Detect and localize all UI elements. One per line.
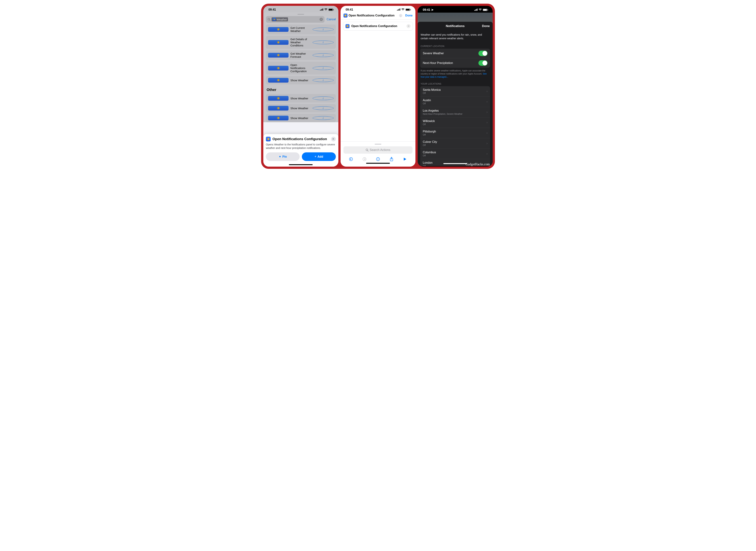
undo-icon[interactable] bbox=[349, 157, 353, 161]
location-row[interactable]: AustinOff› bbox=[420, 97, 490, 107]
current-location-list: Severe Weather Next-Hour Precipitation bbox=[420, 49, 490, 68]
done-button[interactable]: Done bbox=[405, 14, 413, 17]
action-item[interactable]: ☀️Show Weatheri bbox=[266, 104, 336, 112]
location-row[interactable]: Culver CityOff› bbox=[420, 138, 490, 149]
play-icon[interactable] bbox=[403, 157, 407, 161]
home-indicator[interactable] bbox=[289, 164, 313, 165]
svg-rect-0 bbox=[320, 10, 320, 11]
svg-rect-9 bbox=[400, 8, 400, 11]
phone-shortcuts-search: 09:41 ☀️ Weather ✕ Cancel bbox=[263, 6, 338, 167]
signal-icon bbox=[320, 8, 323, 11]
description-text: Weather can send you notifications for r… bbox=[418, 30, 493, 44]
page-title: Notifications bbox=[446, 24, 465, 28]
status-time: 09:41 bbox=[268, 8, 276, 11]
battery-icon bbox=[483, 9, 488, 11]
chevron-right-icon: › bbox=[486, 131, 488, 135]
clear-search-icon[interactable]: ✕ bbox=[320, 18, 323, 21]
scroll-area[interactable]: Weather can send you notifications for r… bbox=[418, 30, 493, 166]
status-bar: 09:41 ➤ bbox=[418, 6, 493, 13]
toggle-switch[interactable] bbox=[478, 51, 488, 56]
close-icon[interactable]: ✕ bbox=[331, 137, 336, 141]
share-icon[interactable] bbox=[389, 157, 394, 161]
location-row[interactable]: WillowickOff› bbox=[420, 117, 490, 128]
weather-app-icon: ☀️ bbox=[268, 78, 289, 83]
chevron-right-icon: › bbox=[486, 141, 488, 145]
composite-frame: 09:41 ☀️ Weather ✕ Cancel bbox=[261, 4, 495, 169]
info-icon[interactable]: i bbox=[313, 78, 333, 82]
section-header-other: Other bbox=[266, 86, 336, 93]
search-actions-input[interactable]: Search Actions bbox=[343, 146, 413, 154]
info-icon[interactable]: i bbox=[313, 106, 333, 110]
svg-rect-2 bbox=[322, 9, 322, 11]
action-list: ☀️Get Current Weatheri ☀️Get Details of … bbox=[263, 24, 338, 122]
action-item[interactable]: ☀️Get Details of Weather Conditionsi bbox=[266, 36, 336, 49]
action-item[interactable]: ☀️Show Weatheri bbox=[266, 76, 336, 84]
section-header-locations: YOUR LOCATIONS bbox=[418, 81, 493, 86]
add-button[interactable]: +Add bbox=[302, 152, 336, 161]
action-item[interactable]: ☀️Show Weatheri bbox=[266, 94, 336, 102]
plus-icon: + bbox=[314, 155, 316, 158]
workflow-step[interactable]: ☀️ Open Notifications Configuration ✕ bbox=[343, 22, 413, 30]
sheet-nav: Notifications Done bbox=[418, 22, 493, 30]
info-icon[interactable]: i bbox=[313, 53, 333, 57]
search-input[interactable]: ☀️ Weather ✕ bbox=[266, 16, 324, 23]
signal-icon bbox=[397, 8, 400, 11]
shortcut-title[interactable]: Open Notifications Configuration bbox=[349, 14, 398, 17]
status-time: 09:41 bbox=[346, 8, 353, 11]
chevron-down-icon[interactable]: ⌄ bbox=[399, 14, 402, 17]
phone-weather-notifications: 09:41 ➤ Notifications Done Weather can s… bbox=[418, 6, 493, 167]
home-indicator[interactable] bbox=[366, 163, 390, 164]
remove-step-icon[interactable]: ✕ bbox=[406, 24, 411, 28]
info-icon[interactable]: i bbox=[313, 116, 333, 120]
watermark: GadgetHacks.com bbox=[466, 162, 490, 166]
weather-app-icon: ☀️ bbox=[345, 24, 350, 28]
grabber[interactable] bbox=[375, 144, 381, 144]
wifi-icon bbox=[401, 8, 404, 11]
pin-button[interactable]: Pin bbox=[266, 152, 300, 161]
cancel-button[interactable]: Cancel bbox=[327, 18, 336, 21]
section-header-current: CURRENT LOCATION bbox=[418, 44, 493, 49]
sheet-title: Open Notifications Configuration bbox=[272, 137, 329, 141]
status-time: 09:41 ➤ bbox=[423, 8, 433, 12]
redo-icon bbox=[362, 157, 367, 161]
location-icon: ➤ bbox=[431, 8, 434, 11]
location-row[interactable]: Los AngelesNext-Hour Precipitation, Seve… bbox=[420, 107, 490, 117]
action-item[interactable]: ☀️Get Weather Forecasti bbox=[266, 50, 336, 60]
editor-bottom: Search Actions bbox=[341, 141, 416, 165]
locations-list: Santa MonicaOff› AustinOff› Los AngelesN… bbox=[420, 86, 490, 166]
toggle-row-precip: Next-Hour Precipitation bbox=[420, 58, 490, 68]
grabber[interactable] bbox=[297, 14, 304, 15]
action-detail-sheet: ☀️ Open Notifications Configuration ✕ Op… bbox=[263, 134, 338, 167]
action-item[interactable]: ☀️Show Weatheri bbox=[266, 114, 336, 122]
weather-app-icon: ☀️ bbox=[266, 137, 271, 141]
location-row[interactable]: PittsburghOff› bbox=[420, 128, 490, 138]
info-icon[interactable]: i bbox=[313, 28, 333, 31]
toggle-switch[interactable] bbox=[478, 60, 488, 66]
location-row[interactable]: Santa MonicaOff› bbox=[420, 86, 490, 97]
action-item[interactable]: ☀️Get Current Weatheri bbox=[266, 24, 336, 34]
svg-line-5 bbox=[270, 20, 270, 21]
info-icon[interactable]: i bbox=[313, 96, 333, 100]
phone-shortcut-editor: 09:41 ☀️ Open Notifications Configuratio… bbox=[341, 6, 416, 167]
weather-app-icon: ☀️ bbox=[343, 14, 348, 18]
privacy-note: If you enable severe weather notificatio… bbox=[418, 68, 493, 81]
workflow-canvas[interactable]: ☀️ Open Notifications Configuration ✕ bbox=[341, 20, 416, 141]
location-row[interactable]: ColumbusOff› bbox=[420, 149, 490, 159]
info-icon[interactable] bbox=[376, 157, 380, 161]
done-button[interactable]: Done bbox=[482, 24, 490, 28]
svg-rect-18 bbox=[474, 10, 475, 11]
wifi-icon bbox=[479, 8, 482, 12]
info-icon[interactable]: i bbox=[313, 41, 333, 44]
weather-app-icon: ☀️ bbox=[268, 40, 289, 45]
info-icon[interactable]: i bbox=[313, 66, 333, 70]
search-icon bbox=[366, 148, 369, 151]
action-item[interactable]: ☀️Open Notifications Configurationi bbox=[266, 62, 336, 74]
weather-app-icon: ☀️ bbox=[273, 18, 276, 21]
home-indicator[interactable] bbox=[443, 163, 467, 164]
chevron-right-icon: › bbox=[486, 121, 488, 124]
search-icon bbox=[268, 18, 270, 21]
svg-rect-8 bbox=[399, 9, 399, 11]
toggle-row-severe: Severe Weather bbox=[420, 49, 490, 58]
chevron-right-icon: › bbox=[486, 152, 488, 156]
search-sheet: ☀️ Weather ✕ Cancel ☀️Get Current Weathe… bbox=[263, 12, 338, 122]
